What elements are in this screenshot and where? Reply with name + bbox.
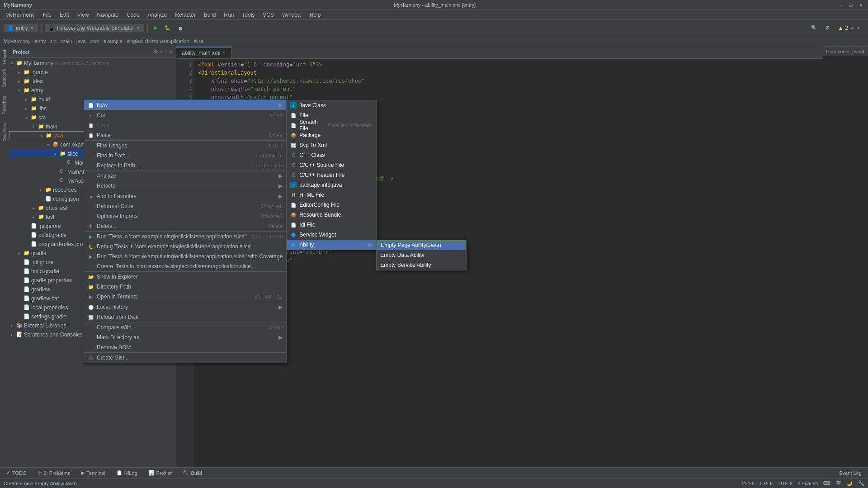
ctx-paste[interactable]: 📋 Paste Ctrl+V — [84, 130, 286, 140]
breadcrumb-item[interactable]: slice — [193, 38, 203, 44]
ctx-optimize-imports[interactable]: Optimize Imports Ctrl+Alt+O — [84, 211, 286, 221]
ctx-reformat[interactable]: Reformat Code Ctrl+Alt+L — [84, 201, 286, 211]
sub-svg-xml[interactable]: 🔄 Svg To Xml — [287, 140, 376, 150]
tree-item-entry[interactable]: ▾ 📁 entry — [9, 86, 176, 95]
tab-todo[interactable]: ✓ TODO — [2, 468, 31, 478]
ctx-show-explorer[interactable]: 📂 Show in Explorer — [84, 272, 286, 282]
search-everywhere-button[interactable]: 🔍 — [808, 22, 820, 34]
ctx-replace-path[interactable]: Replace in Path... Ctrl+Shift+R — [84, 161, 286, 171]
favorites-icon[interactable]: Favorites — [0, 101, 9, 109]
tab-hilog[interactable]: 📋 HiLog — [112, 468, 142, 478]
ability-empty-service[interactable]: Empty Service Ability — [377, 260, 466, 270]
ctx-create-tests[interactable]: Create 'Tests in 'com.example.singleclic… — [84, 261, 286, 271]
project-icon[interactable]: Project — [0, 50, 9, 64]
tree-item-idea[interactable]: ▸ 📁 .idea — [9, 77, 176, 86]
sub-ability[interactable]: 🔷 Ability ▶ Empty Page Ability(Java) Emp… — [287, 240, 376, 250]
ctx-find-usages[interactable]: Find Usages Alt+F7 — [84, 141, 286, 151]
panel-close-icon[interactable]: × — [170, 49, 172, 55]
ctx-remove-bom[interactable]: Remove BOM — [84, 342, 286, 352]
ctx-compare-with[interactable]: Compare With... Ctrl+D — [84, 322, 286, 332]
maximize-button[interactable]: □ — [848, 2, 854, 8]
tab-event-log[interactable]: Event Log — [835, 468, 866, 478]
tree-root[interactable]: ▾ 📁 MyHarmony D:\HarmonOS\MyHarmony — [9, 59, 176, 68]
breadcrumb-item[interactable]: example — [104, 38, 123, 44]
panel-settings-icon[interactable]: ⚙ — [154, 49, 158, 55]
panel-menu-icon[interactable]: ≡ — [160, 49, 163, 55]
sub-cpp-source[interactable]: C C/C++ Source File — [287, 160, 376, 170]
sub-cpp-header[interactable]: C C/C++ Header File — [287, 170, 376, 180]
sub-resource-bundle[interactable]: 📦 Resource Bundle — [287, 210, 376, 220]
menu-analyze[interactable]: Analyze — [144, 11, 171, 19]
tree-item-gradle[interactable]: ▸ 📁 .gradle — [9, 68, 176, 77]
ctx-cut[interactable]: ✂ Cut Ctrl+X — [84, 110, 286, 120]
sub-pkg-info[interactable]: J package-info.java — [287, 180, 376, 190]
breadcrumb-item[interactable]: java — [76, 38, 85, 44]
menu-window[interactable]: Window — [278, 11, 305, 19]
sub-package[interactable]: 📦 Package — [287, 130, 376, 140]
run-button[interactable]: ▶ — [151, 22, 160, 34]
breadcrumb-item[interactable]: MyHarmony — [4, 38, 30, 44]
tab-problems[interactable]: ⚠ 6: Problems — [33, 468, 75, 478]
menu-myharmony[interactable]: MyHarmony — [2, 11, 38, 19]
close-button[interactable]: × — [858, 2, 864, 8]
tab-build[interactable]: 🔨 Build — [178, 468, 206, 478]
ability-empty-page[interactable]: Empty Page Ability(Java) — [377, 240, 466, 250]
ctx-add-favorites[interactable]: ★ Add to Favorites ▶ — [84, 191, 286, 201]
panel-minimize-icon[interactable]: − — [165, 49, 167, 55]
sub-cpp-class[interactable]: C C++ Class — [287, 150, 376, 160]
editor-tab-close[interactable]: × — [223, 51, 226, 56]
minimize-button[interactable]: − — [837, 2, 844, 8]
breadcrumb-item[interactable]: main — [61, 38, 72, 44]
ctx-refactor[interactable]: Refactor ▶ — [84, 181, 286, 191]
project-selector[interactable]: 👤 entry ▼ — [4, 24, 38, 32]
menu-file[interactable]: File — [39, 11, 55, 19]
menu-navigate[interactable]: Navigate — [94, 11, 122, 19]
menu-refactor[interactable]: Refactor — [171, 11, 199, 19]
create-tests-icon — [88, 263, 94, 270]
ctx-delete[interactable]: 🗑 Delete... Delete — [84, 221, 286, 231]
stop-button[interactable]: ⏹ — [175, 22, 186, 34]
menu-help[interactable]: Help — [306, 11, 325, 19]
menu-build[interactable]: Build — [200, 11, 220, 19]
tab-event-log-label: Event Log — [839, 470, 862, 476]
ctx-run-tests[interactable]: ▶ Run 'Tests in 'com.example.singleclick… — [84, 232, 286, 242]
sub-html[interactable]: H HTML File — [287, 190, 376, 200]
menu-edit[interactable]: Edit — [56, 11, 73, 19]
tab-terminal[interactable]: ▶ Terminal — [76, 468, 110, 478]
ohosbu-icon[interactable]: OhosBuild — [0, 128, 9, 136]
sub-java-class[interactable]: J Java Class — [287, 100, 376, 110]
ctx-find-path[interactable]: Find in Path... Ctrl+Shift+F — [84, 151, 286, 161]
ctx-create-gist[interactable]: ⬡ Create Gist... — [84, 353, 286, 363]
editor-tab-xml[interactable]: ability_main.xml × — [176, 47, 231, 58]
sub-scratch-file[interactable]: 📄 Scratch File Ctrl+Alt+Shift+Insert — [287, 120, 376, 130]
settings-button[interactable]: ⚙ — [823, 22, 833, 34]
hilog-icon: 📋 — [116, 470, 123, 476]
menu-code[interactable]: Code — [123, 11, 143, 19]
ability-empty-data[interactable]: Empty Data Ability — [377, 250, 466, 260]
ctx-analyze[interactable]: Analyze ▶ — [84, 171, 286, 181]
breadcrumb-item[interactable]: entry — [35, 38, 46, 44]
problems-icon: ⚠ — [38, 470, 42, 476]
breadcrumb-item[interactable]: src — [50, 38, 57, 44]
device-selector[interactable]: 📱 Huawei Lite Wearable Simulator ▼ — [45, 24, 144, 32]
debug-button[interactable]: 🐛 — [162, 22, 174, 34]
breadcrumb-item[interactable]: singleclicklistenerapplication — [127, 38, 189, 44]
menu-tools[interactable]: Tools — [238, 11, 258, 19]
ctx-new-item[interactable]: 📄 New ▶ J Java Class 📄 File 📄 Sc — [84, 100, 286, 110]
menu-view[interactable]: View — [74, 11, 93, 19]
sub-idl-file[interactable]: 📄 Idl File — [287, 220, 376, 230]
ctx-directory-path[interactable]: 📁 Directory Path — [84, 282, 286, 292]
sub-editorconfig[interactable]: 📄 EditorConfig File — [287, 200, 376, 210]
ctx-debug-tests[interactable]: 🐛 Debug 'Tests in 'com.example.singlecli… — [84, 242, 286, 251]
ctx-local-history[interactable]: 🕐 Local History ▶ — [84, 302, 286, 312]
ctx-reload[interactable]: 🔄 Reload from Disk — [84, 312, 286, 322]
menu-run[interactable]: Run — [220, 11, 237, 19]
sub-service-widget[interactable]: 🔷 Service Widget — [287, 230, 376, 240]
ctx-mark-dir[interactable]: Mark Directory as ▶ — [84, 332, 286, 342]
ctx-open-terminal[interactable]: ▶ Open in Terminal Ctrl+Alt+F12 — [84, 292, 286, 302]
breadcrumb-item[interactable]: com — [90, 38, 99, 44]
ctx-run-coverage[interactable]: ▶ Run 'Tests in 'com.example.singleclick… — [84, 251, 286, 261]
tab-profiler[interactable]: 📊 Profiler — [144, 468, 177, 478]
menu-vcs[interactable]: VCS — [259, 11, 278, 19]
structure-icon[interactable]: Structure — [0, 74, 9, 82]
